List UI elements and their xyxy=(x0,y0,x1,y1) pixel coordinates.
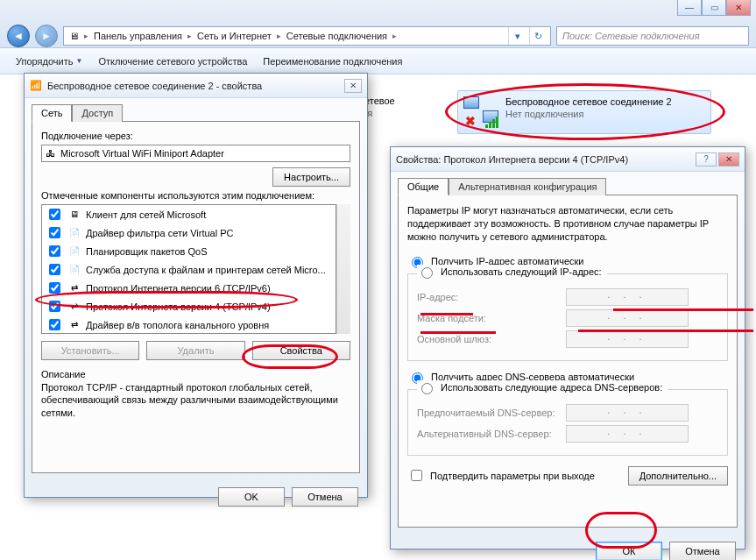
connection-properties-dialog: 📶 Беспроводное сетевое соединение 2 - св… xyxy=(24,73,368,498)
client-icon: 🖥 xyxy=(68,209,81,221)
cancel-button[interactable]: Отмена xyxy=(669,542,736,560)
dialog-title: Свойства: Протокол Интернета версии 4 (T… xyxy=(396,154,690,165)
dns1-field: . . . xyxy=(566,404,689,422)
component-checkbox[interactable] xyxy=(49,319,60,330)
connection-icon: ✖ xyxy=(463,96,498,128)
minimize-button[interactable]: — xyxy=(677,0,702,16)
protocol-icon: ⇄ xyxy=(68,319,81,331)
connection-tile-selected[interactable]: ✖ Беспроводное сетевое соединение 2 Нет … xyxy=(457,90,711,134)
rename-connection-button[interactable]: Переименование подключения xyxy=(256,53,409,69)
cancel-button[interactable]: Отмена xyxy=(292,487,358,507)
dns2-field: . . . xyxy=(566,425,689,443)
list-item[interactable]: 📄Служба доступа к файлам и принтерам сет… xyxy=(42,260,336,279)
component-checkbox[interactable] xyxy=(49,301,60,312)
component-checkbox[interactable] xyxy=(49,264,60,275)
list-item-selected[interactable]: ⇄Протокол Интернета версии 4 (TCP/IPv4) xyxy=(42,297,336,315)
address-bar[interactable]: 🖥 ▸ Панель управления ▸ Сеть и Интернет … xyxy=(63,26,551,46)
component-checkbox[interactable] xyxy=(49,209,60,220)
ip-address-label: IP-адрес: xyxy=(417,292,566,302)
component-label: Протокол Интернета версии 6 (TCP/IPv6) xyxy=(86,283,271,294)
component-label: Драйвер фильтра сети Virtual PC xyxy=(86,228,233,238)
nav-back-icon[interactable]: ◄ xyxy=(7,25,30,47)
connection-status: Нет подключения xyxy=(505,109,672,121)
subnet-mask-label: Маска подсети: xyxy=(417,313,566,323)
intro-text: Параметры IP могут назначаться автоматич… xyxy=(407,204,728,244)
close-button[interactable]: ✕ xyxy=(726,0,751,16)
component-label: Драйвер в/в тополога канального уровня xyxy=(86,320,269,330)
service-icon: 📄 xyxy=(68,264,81,276)
explorer-toolbar: Упорядочить▼ Отключение сетевого устройс… xyxy=(0,48,756,74)
component-label: Протокол Интернета версии 4 (TCP/IPv4) xyxy=(86,301,271,312)
disable-device-button[interactable]: Отключение сетевого устройства xyxy=(91,53,254,69)
service-icon: 📄 xyxy=(68,245,81,258)
ipv4-properties-dialog: Свойства: Протокол Интернета версии 4 (T… xyxy=(390,146,745,549)
configure-button[interactable]: Настроить... xyxy=(272,167,350,187)
description-label: Описание xyxy=(41,369,350,379)
component-checkbox[interactable] xyxy=(49,227,60,238)
maximize-button[interactable]: ▭ xyxy=(702,0,726,16)
tab-alternate-config[interactable]: Альтернативная конфигурация xyxy=(449,178,606,195)
tab-general[interactable]: Общие xyxy=(398,178,449,195)
ip-manual-radio[interactable] xyxy=(421,267,433,279)
properties-button[interactable]: Свойства xyxy=(252,341,350,360)
adapter-name: Microsoft Virtual WiFi Miniport Adapter xyxy=(60,148,224,159)
protocol-icon: ⇄ xyxy=(68,282,81,294)
dns1-label: Предпочитаемый DNS-сервер: xyxy=(417,408,566,418)
install-button[interactable]: Установить... xyxy=(41,341,139,360)
component-label: Клиент для сетей Microsoft xyxy=(86,209,206,220)
list-item[interactable]: 📄Планировщик пакетов QoS xyxy=(42,242,336,260)
component-label: Служба доступа к файлам и принтерам сете… xyxy=(86,265,326,275)
list-item[interactable]: ⇄Драйвер в/в тополога канального уровня xyxy=(42,315,336,334)
description-text: Протокол TCP/IP - стандартный протокол г… xyxy=(41,381,350,419)
search-input[interactable]: Поиск: Сетевые подключения xyxy=(556,26,749,46)
advanced-button[interactable]: Дополнительно... xyxy=(628,466,728,486)
dns2-label: Альтернативный DNS-сервер: xyxy=(417,429,566,439)
breadcrumb[interactable]: Сетевые подключения xyxy=(285,31,389,41)
adapter-field: 🖧 Microsoft Virtual WiFi Miniport Adapte… xyxy=(41,145,350,162)
network-icon: 📶 xyxy=(30,80,42,91)
dns-manual-radio[interactable] xyxy=(421,383,433,394)
ok-button[interactable]: OK xyxy=(218,487,285,507)
uninstall-button[interactable]: Удалить xyxy=(146,341,244,360)
breadcrumb[interactable]: Панель управления xyxy=(92,31,184,41)
component-label: Планировщик пакетов QoS xyxy=(86,246,208,257)
dialog-titlebar[interactable]: 📶 Беспроводное сетевое соединение 2 - св… xyxy=(25,74,367,98)
list-item[interactable]: 📄Драйвер фильтра сети Virtual PC xyxy=(42,223,336,242)
subnet-mask-field: . . . xyxy=(566,309,689,327)
dialog-title: Беспроводное сетевое соединение 2 - свой… xyxy=(47,81,339,91)
wifi-signal-icon xyxy=(485,117,498,128)
confirm-on-exit-label: Подтвердить параметры при выходе xyxy=(430,471,595,481)
refresh-icon[interactable]: ↻ xyxy=(529,27,547,45)
list-item[interactable]: ⇄Протокол Интернета версии 6 (TCP/IPv6) xyxy=(42,279,336,297)
dns-manual-label: Использовать следующие адреса DNS-сервер… xyxy=(441,382,662,393)
disconnected-icon: ✖ xyxy=(465,114,476,128)
component-checkbox[interactable] xyxy=(49,282,60,294)
breadcrumb[interactable]: Сеть и Интернет xyxy=(195,31,273,41)
close-icon[interactable]: ✕ xyxy=(344,79,362,93)
confirm-on-exit-checkbox[interactable] xyxy=(411,470,422,481)
ip-address-field: . . . xyxy=(566,288,689,306)
computer-icon: 🖥 xyxy=(67,31,81,41)
connection-name: Беспроводное сетевое соединение 2 xyxy=(505,96,672,109)
explorer-titlebar: — ▭ ✕ ◄ ► 🖥 ▸ Панель управления ▸ Сеть и… xyxy=(0,0,756,48)
gateway-label: Основной шлюз: xyxy=(417,334,566,344)
list-item[interactable]: 🖥Клиент для сетей Microsoft xyxy=(42,205,336,223)
components-listbox[interactable]: 🖥Клиент для сетей Microsoft 📄Драйвер фил… xyxy=(41,204,336,334)
protocol-icon: ⇄ xyxy=(68,301,81,313)
nav-forward-icon[interactable]: ► xyxy=(35,25,58,47)
ip-manual-label: Использовать следующий IP-адрес: xyxy=(441,266,602,277)
dropdown-icon[interactable]: ▾ xyxy=(508,27,526,45)
service-icon: 📄 xyxy=(68,227,81,239)
close-icon[interactable]: ✕ xyxy=(718,152,739,167)
tab-access[interactable]: Доступ xyxy=(72,104,123,122)
gateway-field: . . . xyxy=(566,330,689,348)
ok-button[interactable]: ОК xyxy=(596,542,662,560)
organize-menu[interactable]: Упорядочить▼ xyxy=(9,53,89,69)
tab-network[interactable]: Сеть xyxy=(32,104,72,122)
search-placeholder: Поиск: Сетевые подключения xyxy=(562,31,700,41)
component-checkbox[interactable] xyxy=(49,245,60,257)
connect-via-label: Подключение через: xyxy=(41,131,350,141)
scrollbar[interactable] xyxy=(336,204,350,334)
dialog-titlebar[interactable]: Свойства: Протокол Интернета версии 4 (T… xyxy=(391,147,745,172)
help-icon[interactable]: ? xyxy=(696,152,717,167)
